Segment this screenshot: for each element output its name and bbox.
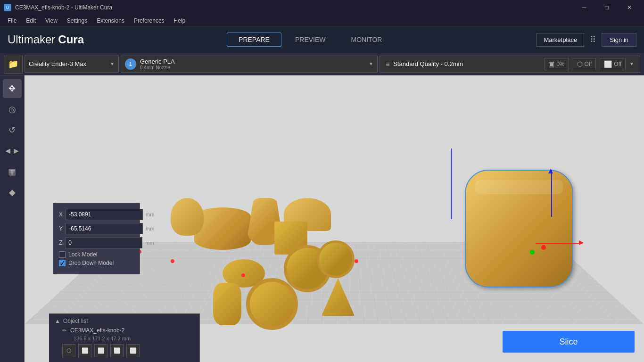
obj-icon-btn-2[interactable]: ⬜ (78, 344, 91, 357)
close-button[interactable]: ✕ (619, 0, 640, 15)
maximize-button[interactable]: □ (596, 0, 618, 15)
permodel-settings-button[interactable]: ▦ (3, 162, 22, 181)
open-folder-button[interactable]: 📁 (4, 55, 23, 74)
axis-line-top (451, 148, 452, 219)
object-item-size: 136.8 x 171.2 x 47.3 mm (55, 336, 194, 342)
header: Ultimaker Cura PREPARE PREVIEW MONITOR M… (0, 26, 644, 53)
grid-icon[interactable]: ⠿ (590, 34, 596, 45)
toolbar: 📁 Creality Ender-3 Max ▼ 1 Generic PLA 0… (0, 53, 644, 75)
titlebar: U CE3MAX_efis-knob-2 - UltiMaker Cura ─ … (0, 0, 644, 15)
coord-input-z[interactable] (65, 237, 142, 248)
objects-cluster (166, 170, 402, 330)
obj-icon-btn-4[interactable]: ⬜ (110, 344, 124, 357)
obj-icon-btn-1[interactable]: ⬡ (62, 344, 75, 357)
adhesion-icon: ⬜ (604, 60, 612, 68)
tab-preview[interactable]: PREVIEW (283, 33, 338, 47)
lock-model-row: Lock Model (59, 251, 134, 258)
settings-icon: ≡ (386, 60, 389, 68)
window-title: CE3MAX_efis-knob-2 - UltiMaker Cura (15, 4, 112, 11)
material-chevron-icon: ▼ (369, 61, 373, 66)
material-name: Generic PLA (140, 58, 175, 65)
menubar: File Edit View Settings Extensions Prefe… (0, 15, 644, 26)
gear2-obj (317, 240, 355, 278)
menu-extensions[interactable]: Extensions (93, 16, 128, 25)
coord-input-x[interactable] (66, 209, 143, 220)
logo: Ultimaker Cura (8, 33, 84, 46)
viewport[interactable]: X mm Y mm Z mm Lock Model ✓ Drop Down Mo… (25, 75, 644, 362)
support-icon: ⬡ (577, 60, 583, 68)
edit-icon: ✏ (62, 328, 66, 334)
infill-toggle[interactable]: ▣ 0% (544, 58, 569, 70)
object-icons-row: ⬡ ⬜ ⬜ ⬜ ⬜ (55, 342, 194, 359)
drop-down-checkbox[interactable]: ✓ (59, 260, 66, 266)
coord-row-x: X mm (59, 209, 134, 220)
menu-help[interactable]: Help (170, 16, 190, 25)
lock-model-checkbox[interactable] (59, 251, 66, 258)
object-list-item: ✏ CE3MAX_efis-knob-2 (55, 325, 194, 336)
tab-monitor[interactable]: MONITOR (339, 33, 394, 47)
quality-settings[interactable]: ≡ Standard Quality - 0.2mm ▣ 0% ⬡ Off ⬜ … (380, 56, 640, 73)
cone-obj (322, 278, 355, 316)
support-label: Off (585, 61, 592, 67)
drop-down-row: ✓ Drop Down Model (59, 260, 134, 266)
logo-bold: Cura (58, 33, 84, 46)
material-info: Generic PLA 0.4mm Nozzle (140, 58, 175, 70)
rotate-tool-button[interactable]: ↺ (3, 121, 22, 140)
position-panel: X mm Y mm Z mm Lock Model ✓ Drop Down Mo… (53, 203, 140, 274)
obj-icon-btn-5[interactable]: ⬜ (126, 344, 140, 357)
menu-view[interactable]: View (41, 16, 61, 25)
slice-button[interactable]: Slice (503, 331, 635, 353)
quality-label: Standard Quality - 0.2mm (393, 60, 463, 67)
red-dot-4 (241, 273, 245, 277)
mirror-tool-button[interactable]: ◄► (3, 141, 22, 160)
left-sidebar: ✥ ◎ ↺ ◄► ▦ ◆ (0, 75, 25, 362)
selected-axis-y-arrow (548, 169, 553, 173)
main-area: ✥ ◎ ↺ ◄► ▦ ◆ (0, 75, 644, 362)
adhesion-toggle[interactable]: ⬜ Off (600, 58, 626, 70)
window-controls: ─ □ ✕ (573, 0, 640, 15)
collapse-icon: ▲ (55, 318, 60, 324)
support-toggle[interactable]: ⬡ Off (573, 58, 596, 70)
material-sub: 0.4mm Nozzle (140, 65, 175, 70)
round-back-obj (171, 198, 204, 236)
menu-preferences[interactable]: Preferences (130, 16, 168, 25)
selected-object-container (465, 170, 587, 302)
object-item-name: CE3MAX_efis-knob-2 (70, 327, 124, 334)
red-dot-1 (171, 259, 174, 263)
logo-light: Ultimaker (8, 33, 55, 46)
marketplace-button[interactable]: Marketplace (537, 33, 584, 47)
app-icon: U (4, 4, 11, 11)
object-list-title: Object list (63, 318, 88, 324)
red-dot-3 (355, 259, 358, 263)
menu-edit[interactable]: Edit (22, 16, 40, 25)
obj-icon-btn-3[interactable]: ⬜ (94, 344, 107, 357)
infill-pct: 0% (556, 61, 564, 67)
signin-button[interactable]: Sign in (602, 33, 636, 47)
menu-settings[interactable]: Settings (63, 16, 91, 25)
printer-name: Creality Ender-3 Max (29, 60, 86, 67)
lock-model-label: Lock Model (68, 251, 97, 258)
printer-select[interactable]: Creality Ender-3 Max ▼ (25, 56, 119, 73)
infill-icon: ▣ (548, 60, 554, 68)
selected-axis-x (536, 243, 583, 244)
drop-down-label: Drop Down Model (68, 260, 114, 266)
selected-green-dot (530, 250, 535, 255)
coord-input-y[interactable] (66, 223, 143, 234)
menu-file[interactable]: File (4, 16, 20, 25)
tab-prepare[interactable]: PREPARE (227, 33, 281, 47)
support-blocker-button[interactable]: ◆ (3, 183, 22, 202)
minimize-button[interactable]: ─ (573, 0, 595, 15)
nav-tabs: PREPARE PREVIEW MONITOR (227, 33, 394, 47)
move-tool-button[interactable]: ✥ (3, 79, 22, 98)
settings-chevron-icon: ▼ (629, 61, 634, 66)
coord-label-x: X (59, 211, 63, 218)
scale-tool-button[interactable]: ◎ (3, 100, 22, 119)
object-list-header[interactable]: ▲ Object list (55, 317, 194, 325)
coord-label-y: Y (59, 225, 63, 232)
toggle-group: ▣ 0% ⬡ Off ⬜ Off ▼ (544, 58, 634, 70)
material-select[interactable]: 1 Generic PLA 0.4mm Nozzle ▼ (121, 56, 378, 73)
coord-unit-y: mm (146, 226, 154, 231)
coord-unit-x: mm (146, 212, 154, 217)
selected-center-dot (541, 245, 546, 250)
selected-axis-y (551, 170, 552, 217)
